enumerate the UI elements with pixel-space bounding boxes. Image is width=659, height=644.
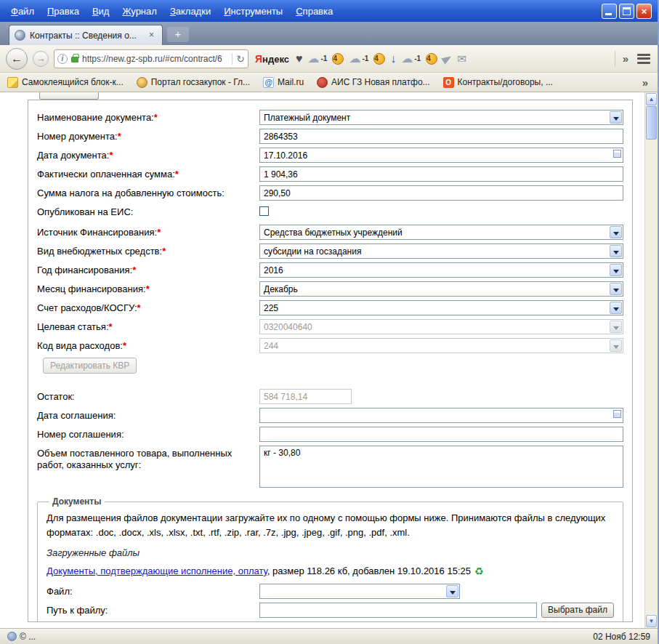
bookmark-item-3[interactable]: @ Mail.ru bbox=[263, 77, 304, 88]
form-row: Дата документа:* bbox=[37, 148, 623, 163]
chevron-down-icon[interactable] bbox=[446, 585, 458, 597]
vat-amount-input[interactable] bbox=[259, 185, 623, 201]
calendar-icon[interactable] bbox=[613, 410, 621, 418]
target-article-select: 0320040640 bbox=[259, 319, 623, 334]
cloud-icon: ☁ bbox=[401, 53, 413, 65]
kosgu-account-select[interactable]: 225 bbox=[259, 300, 623, 315]
bookmark-item-5[interactable]: О Контракты/договоры, ... bbox=[443, 77, 553, 88]
form-row: Опубликован на ЕИС: bbox=[37, 204, 623, 219]
document-name-select[interactable]: Платежный документ bbox=[259, 110, 623, 125]
file-select[interactable] bbox=[259, 584, 460, 599]
form-row: Дата соглашения: bbox=[37, 408, 623, 423]
paid-amount-input[interactable] bbox=[259, 166, 623, 182]
menu-bookmarks[interactable]: Закладки bbox=[163, 3, 217, 20]
form-row: Объем поставленного товара, выполненных … bbox=[37, 446, 623, 491]
form-row: Вид внебюджетных средств:* субсидии на г… bbox=[37, 243, 623, 259]
form-row: Источник Финансирования:* Средства бюдже… bbox=[37, 225, 623, 240]
note-icon bbox=[7, 77, 18, 88]
scroll-up-icon[interactable]: ▲ bbox=[646, 93, 657, 105]
agreement-date-input[interactable] bbox=[259, 408, 623, 423]
menu-help[interactable]: Справка bbox=[289, 3, 339, 20]
calendar-icon[interactable] bbox=[613, 150, 621, 158]
chevron-down-icon[interactable] bbox=[610, 283, 622, 295]
form-row: Фактически оплаченная сумма:* bbox=[37, 166, 623, 182]
minimize-button[interactable] bbox=[602, 4, 617, 19]
uploaded-files-title: Загруженные файлы bbox=[47, 547, 614, 558]
navigation-toolbar: ← → i https://new.gz-spb.ru/#cm/contract… bbox=[0, 45, 658, 73]
tab-active[interactable]: Контракты :: Сведения о... × bbox=[9, 25, 163, 45]
form-row: Месяц финансирования:* Декабрь bbox=[37, 281, 623, 297]
forward-button[interactable]: → bbox=[33, 51, 49, 67]
chevron-down-icon[interactable] bbox=[610, 111, 622, 124]
menu-edit[interactable]: Правка bbox=[41, 3, 86, 20]
bookmarks-bar: Самоклеящийся блок-к... Портал госзакупо… bbox=[0, 73, 658, 92]
pocket-icon[interactable]: ♥ bbox=[296, 53, 303, 65]
coin-badge-1[interactable]: 4 bbox=[332, 53, 344, 65]
reload-icon[interactable]: ↻ bbox=[236, 54, 245, 64]
edit-kvr-button: Редактировать КВР bbox=[43, 358, 137, 374]
menu-file[interactable]: Файл bbox=[4, 3, 41, 20]
coin-badge-2[interactable]: 4 bbox=[373, 53, 385, 65]
expense-kind-code-select: 244 bbox=[259, 338, 623, 353]
divider bbox=[232, 53, 233, 65]
agreement-number-input[interactable] bbox=[259, 427, 623, 442]
cloud-extension-1[interactable]: ☁ -1 bbox=[307, 53, 327, 65]
orange-o-icon: О bbox=[443, 77, 454, 88]
extrabudget-type-select[interactable]: субсидии на госзадания bbox=[259, 243, 623, 259]
cloud-icon: ☁ bbox=[349, 53, 360, 65]
form-row: Номер документа:* bbox=[37, 129, 623, 144]
vertical-scrollbar[interactable]: ▲ ▼ bbox=[644, 92, 658, 628]
window-controls: × bbox=[602, 4, 653, 19]
yandex-button[interactable]: Яндекс bbox=[254, 53, 291, 65]
menu-hamburger-icon[interactable] bbox=[636, 52, 652, 65]
cloud-extension-3[interactable]: ☁ -1 bbox=[401, 53, 421, 65]
maximize-button[interactable] bbox=[619, 4, 634, 19]
send-icon[interactable] bbox=[442, 53, 453, 64]
document-number-input[interactable] bbox=[259, 129, 623, 144]
chevron-down-icon[interactable] bbox=[610, 302, 622, 314]
page-content: Наименование документа:* Платежный докум… bbox=[0, 92, 658, 628]
published-eis-checkbox[interactable] bbox=[259, 206, 269, 216]
tab-close-icon[interactable]: × bbox=[146, 30, 157, 41]
form-row: Файл: bbox=[47, 584, 614, 599]
menu-view[interactable]: Вид bbox=[86, 3, 116, 20]
chevron-down-icon[interactable] bbox=[610, 264, 622, 276]
funding-year-select[interactable]: 2016 bbox=[259, 262, 623, 278]
chevron-down-icon[interactable] bbox=[610, 245, 622, 257]
bookmarks-overflow-icon[interactable]: » bbox=[640, 76, 650, 89]
new-tab-button[interactable]: + bbox=[167, 27, 189, 42]
menu-history[interactable]: Журнал bbox=[116, 3, 163, 20]
download-icon[interactable]: ↓ bbox=[390, 53, 396, 65]
close-button[interactable]: × bbox=[636, 4, 652, 19]
funding-source-select[interactable]: Средства бюджетных учреждений bbox=[259, 225, 623, 240]
chevron-down-icon[interactable] bbox=[610, 226, 622, 238]
scroll-down-icon[interactable]: ▼ bbox=[646, 615, 657, 627]
scrollbar-track[interactable] bbox=[645, 140, 658, 614]
cloud-extension-2[interactable]: ☁ -1 bbox=[349, 53, 368, 65]
message-icon[interactable]: ✉ bbox=[457, 53, 466, 64]
page-info-icon[interactable]: i bbox=[57, 54, 68, 64]
delete-file-icon[interactable]: ♻ bbox=[474, 566, 484, 576]
url-bar[interactable]: i https://new.gz-spb.ru/#cm/contract/6 ↻ bbox=[54, 49, 248, 68]
funding-month-select[interactable]: Декабрь bbox=[259, 281, 623, 297]
form-row: Номер соглашения: bbox=[37, 427, 623, 442]
status-bar: © ... 02 Нояб 12:59 bbox=[0, 628, 658, 644]
tab-bar: Контракты :: Сведения о... × + bbox=[0, 22, 658, 45]
bookmark-item-1[interactable]: Самоклеящийся блок-к... bbox=[7, 77, 124, 88]
bookmark-item-2[interactable]: Портал госзакупок - Гл... bbox=[137, 77, 250, 88]
delivered-volume-textarea[interactable]: кг - 30,80 bbox=[259, 446, 623, 488]
secure-lock-icon[interactable] bbox=[71, 57, 78, 63]
uploaded-file-link[interactable]: Документы, подтверждающие исполнение, оп… bbox=[47, 565, 267, 576]
coin-badge-3[interactable]: 4 bbox=[426, 53, 437, 65]
choose-file-button[interactable]: Выбрать файл bbox=[541, 603, 614, 618]
document-date-input[interactable] bbox=[259, 148, 623, 163]
status-text: © ... bbox=[20, 632, 36, 642]
back-button[interactable]: ← bbox=[6, 48, 28, 70]
url-text[interactable]: https://new.gz-spb.ru/#cm/contract/6 bbox=[82, 54, 228, 64]
file-path-input[interactable] bbox=[259, 603, 537, 618]
toolbar-overflow-icon[interactable]: » bbox=[620, 52, 631, 65]
scrollbar-thumb[interactable] bbox=[646, 106, 657, 140]
status-icon bbox=[7, 632, 17, 641]
bookmark-item-4[interactable]: АИС ГЗ Новая платфо... bbox=[317, 77, 430, 88]
menu-tools[interactable]: Инструменты bbox=[217, 3, 289, 20]
